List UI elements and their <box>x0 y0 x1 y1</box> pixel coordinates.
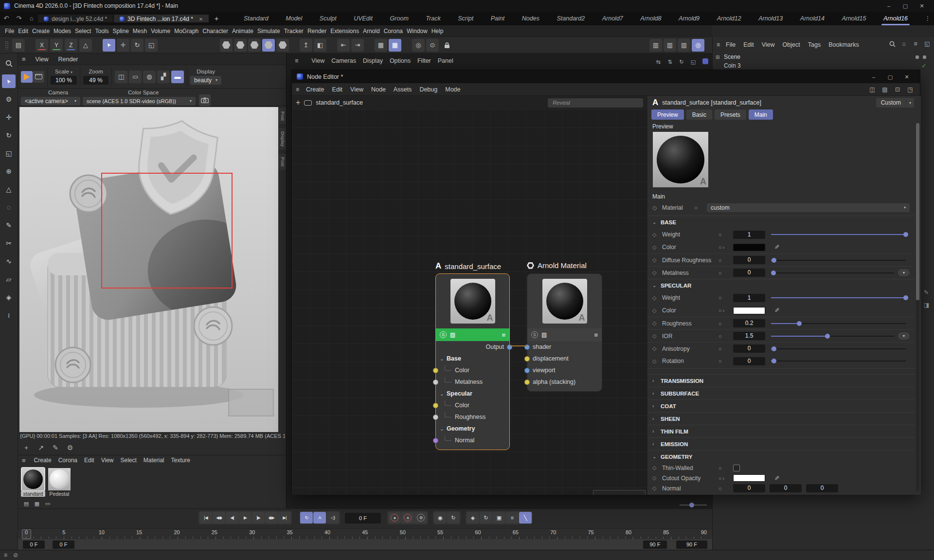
sound-button[interactable]: ◁) <box>326 512 339 524</box>
goto-start-button[interactable]: |◀ <box>199 512 212 524</box>
port-ring-icon[interactable]: ○› <box>718 244 733 250</box>
animate-diamond-icon[interactable]: ◇ <box>652 257 662 263</box>
key-rotation-button[interactable]: ↻ <box>480 512 492 524</box>
search-icon[interactable] <box>2 56 16 70</box>
ne-menu-item[interactable]: Assets <box>390 86 416 93</box>
prev-key-button[interactable]: ◀◆ <box>213 512 225 524</box>
breadcrumb[interactable]: standard_surface <box>316 99 363 106</box>
value-field[interactable]: 1 <box>733 231 765 239</box>
node-port[interactable]: Normal <box>436 434 509 446</box>
animate-diamond-icon[interactable]: ◇ <box>652 333 662 339</box>
layout-tab[interactable]: Arnold12 <box>714 12 744 25</box>
layout-tab[interactable]: Groom <box>387 12 412 25</box>
team-render-button[interactable] <box>248 39 261 52</box>
layout-tab[interactable]: Standard2 <box>554 12 588 25</box>
port-dot[interactable] <box>524 368 530 373</box>
standard-surface-node[interactable]: A S ▨ ≡ Output <box>435 273 510 450</box>
pages-icon[interactable]: ▤ <box>881 86 889 93</box>
dock-edit-icon[interactable]: ✎ <box>924 289 929 296</box>
menu-item[interactable]: Extensions <box>328 28 361 35</box>
ipr-play-button[interactable] <box>21 71 33 83</box>
document-tab[interactable]: 3D Fintech ...ion 17.c4d * ✕ <box>114 15 209 22</box>
collapsed-section-header[interactable]: ›SHEEN <box>647 412 915 425</box>
viewport-menu-item[interactable]: Panel <box>434 57 457 64</box>
attribute-tab[interactable]: Presets <box>715 109 746 120</box>
move-tool-button[interactable]: ✛ <box>117 39 129 52</box>
collapsed-section-header[interactable]: ›THIN FILM <box>647 425 915 437</box>
keyframe-buttons-2[interactable]: ▥ <box>664 39 676 52</box>
port-dot[interactable] <box>433 403 438 408</box>
menu-item[interactable]: Tracker <box>282 28 305 35</box>
scale-tool-button[interactable]: ◱ <box>145 39 158 52</box>
zoom-view-icon[interactable]: ⇅ <box>665 57 674 66</box>
autokey-button[interactable]: A <box>401 512 414 524</box>
parameter-slider[interactable] <box>771 333 894 339</box>
compact-view-icon[interactable]: ▭ <box>43 500 52 507</box>
attribute-scrollbar[interactable] <box>916 123 919 491</box>
viewport-burger-icon[interactable]: ≡ <box>291 57 302 64</box>
keying-settings-button[interactable]: ⚙ <box>414 512 427 524</box>
document-tab[interactable]: design i...yle 52.c4d * <box>38 15 113 22</box>
ne-menu-item[interactable]: View <box>346 86 367 93</box>
layout-tab[interactable]: Arnold15 <box>839 12 869 25</box>
menu-item[interactable]: Render <box>305 28 328 35</box>
parameter-slider[interactable] <box>771 270 894 276</box>
node-port[interactable]: Roughness <box>436 411 509 423</box>
layout-tab[interactable]: Standard <box>241 12 271 25</box>
redo-icon[interactable]: ↷ <box>13 12 25 25</box>
menu-item[interactable]: Character <box>200 28 230 35</box>
ipr-menu-item[interactable]: View <box>31 56 54 63</box>
node-menu-icon[interactable]: ≡ <box>502 331 505 339</box>
om-menu-item[interactable]: Bookmarks <box>825 41 863 48</box>
render-view-button[interactable] <box>220 39 233 52</box>
record-rotation-button[interactable]: ↻ <box>447 512 460 524</box>
layout-tab[interactable]: Track <box>423 12 443 25</box>
add-tab-button[interactable]: + <box>210 12 223 25</box>
ne-menu-item[interactable]: Edit <box>328 86 347 93</box>
menu-item[interactable]: Create <box>30 28 52 35</box>
snap-grid-button[interactable]: ▦ <box>389 39 401 52</box>
ipr-menu-item[interactable]: Render <box>53 56 83 63</box>
port-dot[interactable] <box>524 356 530 361</box>
workplane-button[interactable]: ◧ <box>314 39 326 52</box>
axis-modification-icon[interactable]: ⊕ <box>2 164 16 178</box>
image-icon[interactable]: ▨ <box>541 331 547 338</box>
animate-diamond-icon[interactable]: ◇ <box>652 307 662 314</box>
goto-end-button[interactable]: ▶| <box>278 512 291 524</box>
node-port[interactable]: Output <box>436 341 509 353</box>
layout-tab[interactable]: Sculpt <box>317 12 340 25</box>
list-view-icon[interactable]: ▤ <box>22 500 31 507</box>
lut-button[interactable]: ◍ <box>143 71 156 83</box>
lock-icon[interactable] <box>441 39 453 52</box>
deformer-tool-icon[interactable]: ≀ <box>2 308 16 322</box>
animate-diamond-icon[interactable]: ◇ <box>652 295 662 301</box>
scrollbar-thumb[interactable] <box>916 123 919 300</box>
layout-tab[interactable]: Arnold9 <box>676 12 702 25</box>
group-chevron-icon[interactable]: ⌄ <box>440 391 447 397</box>
menu-item[interactable]: Tools <box>93 28 110 35</box>
material-thumbnail[interactable] <box>22 468 44 490</box>
om-menu-item[interactable]: View <box>758 41 779 48</box>
maximize-view-icon[interactable]: ◱ <box>689 57 698 66</box>
animate-diamond-icon[interactable]: ◇ <box>652 475 662 481</box>
viewport-menu-item[interactable]: Options <box>386 57 414 64</box>
layout-tab[interactable]: Paint <box>488 12 508 25</box>
material-burger-icon[interactable]: ≡ <box>22 457 26 464</box>
keyframe-buttons-3[interactable]: ▥ <box>678 39 690 52</box>
port-ring-icon[interactable]: ○ <box>718 333 733 339</box>
om-menu-item[interactable]: Edit <box>739 41 758 48</box>
port-dot[interactable] <box>524 379 530 385</box>
image-icon[interactable]: ▨ <box>450 331 455 338</box>
solo-icon[interactable]: S <box>531 331 538 338</box>
spline-tool-icon[interactable]: ∿ <box>2 254 16 268</box>
material-name[interactable]: Pedestal <box>47 491 72 497</box>
animate-diamond-icon[interactable]: ◇ <box>652 320 662 326</box>
slider-dropdown-icon[interactable]: ▼ <box>898 269 910 276</box>
render-region-box[interactable] <box>101 173 233 289</box>
range-end-field[interactable]: 90 F <box>643 541 667 549</box>
reveal-search-input[interactable] <box>548 98 643 108</box>
node-editor-titlebar[interactable]: Node Editor * – ▢ ✕ <box>292 70 920 83</box>
color-swatch[interactable] <box>733 307 765 314</box>
group-chevron-icon[interactable]: ⌄ <box>440 356 447 361</box>
collapsed-section-header[interactable]: ›EMISSION <box>647 437 915 450</box>
